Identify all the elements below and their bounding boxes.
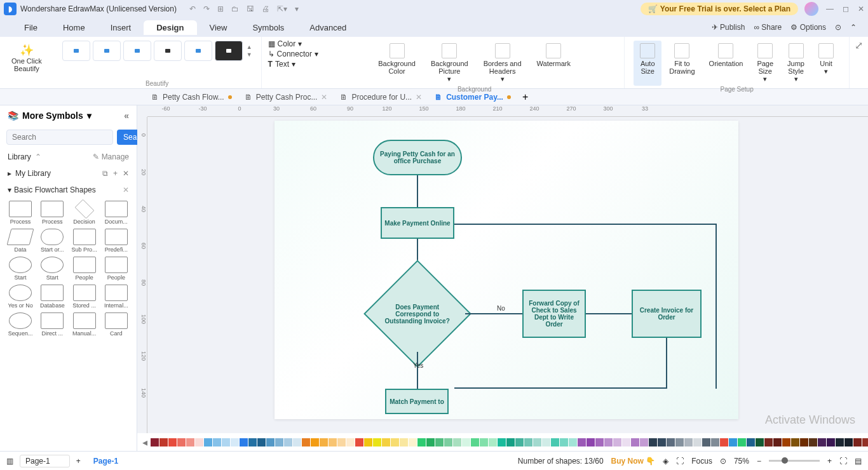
shape-process[interactable]: Process: [5, 201, 36, 225]
color-swatch[interactable]: [667, 438, 675, 446]
color-swatch[interactable]: [729, 438, 737, 446]
avatar[interactable]: [804, 2, 818, 16]
color-swatch[interactable]: [622, 438, 630, 446]
color-swatch[interactable]: [587, 438, 595, 446]
color-swatch[interactable]: [275, 438, 283, 446]
share-link[interactable]: ∞ Share: [754, 23, 782, 32]
color-swatch[interactable]: [213, 438, 221, 446]
color-swatch[interactable]: [266, 438, 275, 446]
shape-manual...[interactable]: Manual...: [69, 312, 100, 337]
color-swatch[interactable]: [640, 438, 648, 446]
collapse-panel-icon[interactable]: «: [124, 111, 129, 121]
lib-add-icon[interactable]: +: [113, 169, 118, 178]
notification-icon[interactable]: ⊙: [835, 23, 841, 32]
node-forward[interactable]: Forward Copy of Check to Sales Dept to W…: [522, 290, 586, 338]
one-click-beautify-button[interactable]: ✨ One Click Beautify: [9, 41, 44, 75]
section-close-icon[interactable]: ✕: [123, 185, 129, 194]
shape-yes or no[interactable]: Yes or No: [5, 285, 36, 309]
shape-start[interactable]: Start: [37, 257, 67, 281]
shape-predefi...[interactable]: Predefi...: [101, 229, 132, 253]
new-icon[interactable]: ⊞: [217, 4, 224, 13]
menu-file[interactable]: File: [11, 20, 50, 35]
color-swatch[interactable]: [595, 438, 604, 446]
page-tab[interactable]: Page-1: [93, 457, 118, 466]
shape-card[interactable]: Card: [101, 312, 132, 337]
color-swatch[interactable]: [302, 438, 310, 446]
shape-process[interactable]: Process: [37, 201, 67, 225]
menu-design[interactable]: Design: [144, 20, 196, 35]
shape-sub pro...[interactable]: Sub Pro...: [69, 229, 100, 253]
shape-start or...[interactable]: Start or...: [37, 229, 67, 253]
drawing-page[interactable]: Paying Petty Cash for an office Purchase…: [275, 121, 738, 419]
presentation-icon[interactable]: ⊙: [720, 457, 726, 466]
unit-button[interactable]: Unit▾: [812, 41, 840, 86]
outline-icon[interactable]: ▤: [855, 457, 862, 466]
collapse-ribbon-icon[interactable]: ⌃: [850, 23, 857, 32]
zoom-slider[interactable]: [769, 460, 820, 462]
color-swatch[interactable]: [480, 438, 488, 446]
color-swatch[interactable]: [462, 438, 470, 446]
shape-start[interactable]: Start: [5, 257, 36, 281]
color-swatch[interactable]: [569, 438, 577, 446]
zoom-in-button[interactable]: +: [827, 457, 832, 466]
color-swatch[interactable]: [320, 438, 328, 446]
fit-page-icon[interactable]: ⛶: [839, 457, 847, 466]
color-swatch[interactable]: [684, 438, 693, 446]
color-swatch[interactable]: [551, 438, 559, 446]
pages-icon[interactable]: ▥: [6, 457, 13, 466]
color-swatch[interactable]: [862, 438, 868, 446]
color-swatch[interactable]: [426, 438, 435, 446]
menu-symbols[interactable]: Symbols: [240, 20, 297, 35]
page-selector[interactable]: Page-1: [20, 455, 70, 467]
color-swatch[interactable]: [533, 438, 541, 446]
color-swatch[interactable]: [248, 438, 257, 446]
color-swatch[interactable]: [702, 438, 710, 446]
color-swatch[interactable]: [836, 438, 844, 446]
more-symbols-button[interactable]: More Symbols: [22, 111, 83, 121]
color-swatch[interactable]: [417, 438, 426, 446]
shape-stored ...[interactable]: Stored ...: [69, 285, 100, 309]
open-icon[interactable]: 🗀: [231, 4, 239, 13]
color-swatch[interactable]: [240, 438, 248, 446]
orientation-button[interactable]: Orientation: [703, 41, 750, 86]
color-swatch[interactable]: [782, 438, 790, 446]
section-title[interactable]: Basic Flowchart Shapes: [14, 185, 96, 194]
color-swatch[interactable]: [675, 438, 684, 446]
color-swatch[interactable]: [738, 438, 746, 446]
color-swatch[interactable]: [631, 438, 639, 446]
color-swatch[interactable]: [489, 438, 497, 446]
gallery-up-icon[interactable]: ▲: [247, 44, 252, 50]
color-swatch[interactable]: [400, 438, 408, 446]
color-swatch[interactable]: [524, 438, 532, 446]
color-swatch[interactable]: [453, 438, 461, 446]
jump-style-button[interactable]: Jump Style▾: [781, 41, 811, 86]
doc-tab-4[interactable]: 🗎 Customer Pay...: [428, 89, 517, 105]
color-swatch[interactable]: [204, 438, 212, 446]
lib-close-icon[interactable]: ✕: [123, 169, 129, 178]
color-swatch[interactable]: [382, 438, 390, 446]
layers-icon[interactable]: ◈: [663, 457, 668, 466]
color-swatch[interactable]: [337, 438, 346, 446]
color-swatch[interactable]: [844, 438, 853, 446]
background-picture-button[interactable]: Background Picture▾: [424, 41, 475, 86]
close-icon[interactable]: ✕: [858, 4, 864, 13]
color-swatch[interactable]: [159, 438, 168, 446]
color-swatch[interactable]: [506, 438, 515, 446]
add-page-button[interactable]: +: [76, 457, 81, 466]
color-swatch[interactable]: [658, 438, 666, 446]
color-swatch[interactable]: [293, 438, 301, 446]
color-swatch[interactable]: [853, 438, 862, 446]
publish-link[interactable]: ✈ Publish: [712, 23, 745, 32]
background-color-button[interactable]: Background Color: [372, 41, 422, 86]
color-swatch[interactable]: [284, 438, 292, 446]
color-swatch[interactable]: [177, 438, 186, 446]
palette-prev-icon[interactable]: ◂: [142, 436, 147, 448]
library-link[interactable]: Library: [8, 152, 31, 161]
canvas[interactable]: -60-30030609012015018021024027030033 020…: [137, 105, 868, 433]
node-make-payment[interactable]: Make Payment Online: [381, 207, 454, 239]
node-create-invoice[interactable]: Create Invoice for Order: [632, 290, 702, 338]
color-swatch[interactable]: [756, 438, 764, 446]
text-dropdown[interactable]: T Text ▾: [268, 60, 318, 69]
watermark-button[interactable]: Watermark: [531, 41, 577, 86]
color-swatch[interactable]: [311, 438, 319, 446]
